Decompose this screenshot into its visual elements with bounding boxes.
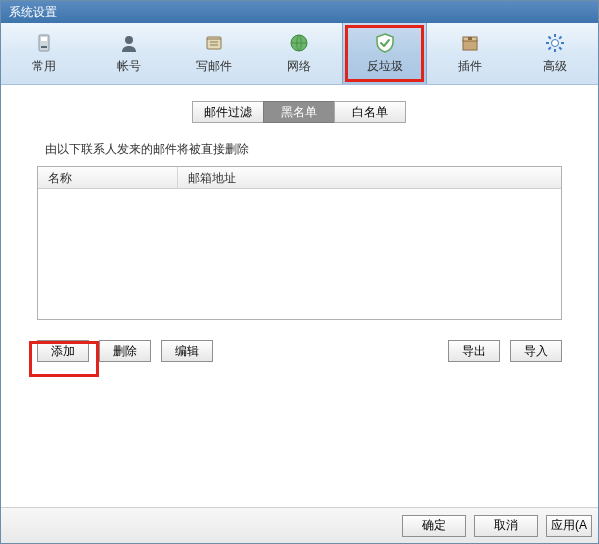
add-button[interactable]: 添加 <box>37 340 89 362</box>
svg-point-3 <box>125 36 133 44</box>
compose-icon <box>203 32 225 54</box>
column-name[interactable]: 名称 <box>38 167 178 188</box>
tab-advanced[interactable]: 高级 <box>513 23 598 84</box>
footer: 确定 取消 应用(A <box>1 507 598 543</box>
svg-point-9 <box>552 40 559 47</box>
gear-icon <box>544 32 566 54</box>
delete-button[interactable]: 删除 <box>99 340 151 362</box>
tab-label: 网络 <box>287 58 311 75</box>
network-icon <box>288 32 310 54</box>
subtab-blacklist[interactable]: 黑名单 <box>263 101 335 123</box>
tab-general[interactable]: 常用 <box>1 23 86 84</box>
subtab-whitelist[interactable]: 白名单 <box>334 101 406 123</box>
export-button[interactable]: 导出 <box>448 340 500 362</box>
tab-network[interactable]: 网络 <box>257 23 342 84</box>
plugins-icon <box>459 32 481 54</box>
tab-label: 插件 <box>458 58 482 75</box>
tab-plugins[interactable]: 插件 <box>427 23 512 84</box>
tab-compose[interactable]: 写邮件 <box>172 23 257 84</box>
shield-icon <box>374 32 396 54</box>
subtab-filter[interactable]: 邮件过滤 <box>192 101 264 123</box>
account-icon <box>118 32 140 54</box>
svg-line-16 <box>560 37 562 39</box>
import-button[interactable]: 导入 <box>510 340 562 362</box>
svg-line-17 <box>549 47 551 49</box>
column-address[interactable]: 邮箱地址 <box>178 167 561 188</box>
ok-button[interactable]: 确定 <box>402 515 466 537</box>
sub-tabs: 邮件过滤 黑名单 白名单 <box>21 101 578 123</box>
tab-label: 帐号 <box>117 58 141 75</box>
window-title: 系统设置 <box>9 4 57 21</box>
tab-account[interactable]: 帐号 <box>86 23 171 84</box>
svg-line-15 <box>560 47 562 49</box>
general-icon <box>33 32 55 54</box>
svg-line-14 <box>549 37 551 39</box>
apply-button[interactable]: 应用(A <box>546 515 592 537</box>
spacer <box>223 340 438 362</box>
description-text: 由以下联系人发来的邮件将被直接删除 <box>45 141 578 158</box>
blacklist-table: 名称 邮箱地址 <box>37 166 562 320</box>
tab-antispam[interactable]: 反垃圾 <box>342 23 427 84</box>
tab-label: 常用 <box>32 58 56 75</box>
svg-rect-2 <box>41 46 47 48</box>
svg-rect-1 <box>41 37 47 41</box>
main-toolbar: 常用 帐号 写邮件 网络 反垃圾 <box>1 23 598 85</box>
settings-window: 系统设置 常用 帐号 写邮件 网络 <box>0 0 599 544</box>
tab-label: 写邮件 <box>196 58 232 75</box>
tab-label: 反垃圾 <box>367 58 403 75</box>
action-buttons: 添加 删除 编辑 导出 导入 <box>37 340 562 362</box>
svg-rect-8 <box>468 37 472 40</box>
titlebar: 系统设置 <box>1 1 598 23</box>
subtab-label: 邮件过滤 <box>204 104 252 121</box>
table-header: 名称 邮箱地址 <box>38 167 561 189</box>
subtab-label: 黑名单 <box>281 104 317 121</box>
subtab-label: 白名单 <box>352 104 388 121</box>
cancel-button[interactable]: 取消 <box>474 515 538 537</box>
content-area: 邮件过滤 黑名单 白名单 由以下联系人发来的邮件将被直接删除 名称 邮箱地址 添… <box>1 85 598 507</box>
tab-label: 高级 <box>543 58 567 75</box>
edit-button[interactable]: 编辑 <box>161 340 213 362</box>
